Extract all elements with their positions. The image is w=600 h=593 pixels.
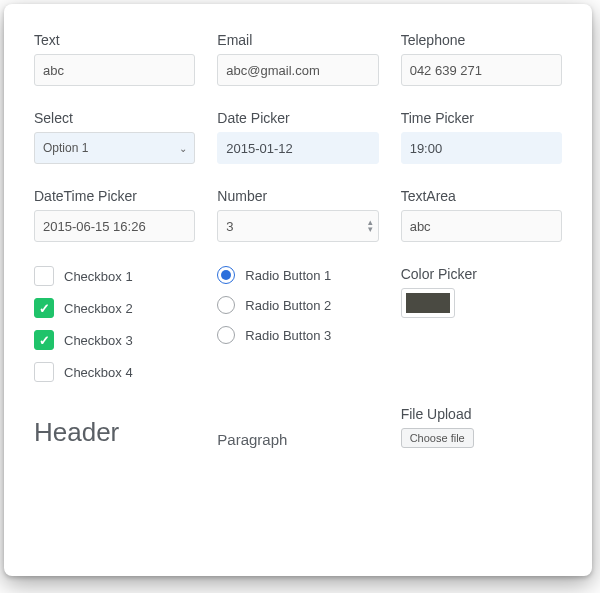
radio-item[interactable]: Radio Button 1 bbox=[217, 266, 378, 284]
radio-dot-icon bbox=[221, 270, 231, 280]
checkbox-label: Checkbox 2 bbox=[64, 301, 133, 316]
radio-group: Radio Button 1Radio Button 2Radio Button… bbox=[217, 266, 378, 382]
number-input-wrap: ▴▾ bbox=[217, 210, 378, 242]
checkbox-label: Checkbox 1 bbox=[64, 269, 133, 284]
number-field-group: Number ▴▾ bbox=[217, 188, 378, 242]
checkbox-item[interactable]: Checkbox 1 bbox=[34, 266, 195, 286]
checkbox-label: Checkbox 4 bbox=[64, 365, 133, 380]
date-label: Date Picker bbox=[217, 110, 378, 126]
radio-circle[interactable] bbox=[217, 326, 235, 344]
check-icon: ✓ bbox=[39, 333, 50, 348]
email-label: Email bbox=[217, 32, 378, 48]
radio-circle[interactable] bbox=[217, 296, 235, 314]
color-picker-label: Color Picker bbox=[401, 266, 562, 282]
time-input[interactable] bbox=[401, 132, 562, 164]
paragraph-cell: Paragraph bbox=[217, 431, 378, 448]
radio-item[interactable]: Radio Button 2 bbox=[217, 296, 378, 314]
color-swatch bbox=[406, 293, 450, 313]
checkbox-box[interactable]: ✓ bbox=[34, 330, 54, 350]
radio-label: Radio Button 1 bbox=[245, 268, 331, 283]
paragraph-text: Paragraph bbox=[217, 431, 378, 448]
number-label: Number bbox=[217, 188, 378, 204]
header-text: Header bbox=[34, 417, 195, 448]
datetime-input[interactable] bbox=[34, 210, 195, 242]
telephone-input[interactable] bbox=[401, 54, 562, 86]
text-label: Text bbox=[34, 32, 195, 48]
select-wrap: ⌄ bbox=[34, 132, 195, 164]
radio-item[interactable]: Radio Button 3 bbox=[217, 326, 378, 344]
checkbox-item[interactable]: ✓Checkbox 3 bbox=[34, 330, 195, 350]
checkbox-box[interactable] bbox=[34, 362, 54, 382]
color-picker-group: Color Picker bbox=[401, 266, 562, 382]
header-cell: Header bbox=[34, 417, 195, 448]
checkbox-label: Checkbox 3 bbox=[64, 333, 133, 348]
number-input[interactable] bbox=[217, 210, 378, 242]
select-input[interactable] bbox=[34, 132, 195, 164]
datetime-field-group: DateTime Picker bbox=[34, 188, 195, 242]
time-label: Time Picker bbox=[401, 110, 562, 126]
time-field-group: Time Picker bbox=[401, 110, 562, 164]
checkbox-item[interactable]: ✓Checkbox 2 bbox=[34, 298, 195, 318]
text-field-group: Text bbox=[34, 32, 195, 86]
color-swatch-button[interactable] bbox=[401, 288, 455, 318]
checkbox-box[interactable] bbox=[34, 266, 54, 286]
file-upload-group: File Upload Choose file bbox=[401, 406, 562, 448]
checkbox-box[interactable]: ✓ bbox=[34, 298, 54, 318]
textarea-label: TextArea bbox=[401, 188, 562, 204]
form-grid: Text Email Telephone Select ⌄ Date Picke… bbox=[34, 32, 562, 448]
email-field-group: Email bbox=[217, 32, 378, 86]
telephone-field-group: Telephone bbox=[401, 32, 562, 86]
select-field-group: Select ⌄ bbox=[34, 110, 195, 164]
radio-circle[interactable] bbox=[217, 266, 235, 284]
text-input[interactable] bbox=[34, 54, 195, 86]
datetime-label: DateTime Picker bbox=[34, 188, 195, 204]
choose-file-button[interactable]: Choose file bbox=[401, 428, 474, 448]
telephone-label: Telephone bbox=[401, 32, 562, 48]
textarea-field-group: TextArea bbox=[401, 188, 562, 242]
check-icon: ✓ bbox=[39, 301, 50, 316]
textarea-input[interactable] bbox=[401, 210, 562, 242]
select-label: Select bbox=[34, 110, 195, 126]
checkbox-group: Checkbox 1✓Checkbox 2✓Checkbox 3Checkbox… bbox=[34, 266, 195, 382]
date-input[interactable] bbox=[217, 132, 378, 164]
radio-label: Radio Button 2 bbox=[245, 298, 331, 313]
email-input[interactable] bbox=[217, 54, 378, 86]
radio-label: Radio Button 3 bbox=[245, 328, 331, 343]
file-upload-label: File Upload bbox=[401, 406, 562, 422]
date-field-group: Date Picker bbox=[217, 110, 378, 164]
form-card: Text Email Telephone Select ⌄ Date Picke… bbox=[4, 4, 592, 576]
checkbox-item[interactable]: Checkbox 4 bbox=[34, 362, 195, 382]
